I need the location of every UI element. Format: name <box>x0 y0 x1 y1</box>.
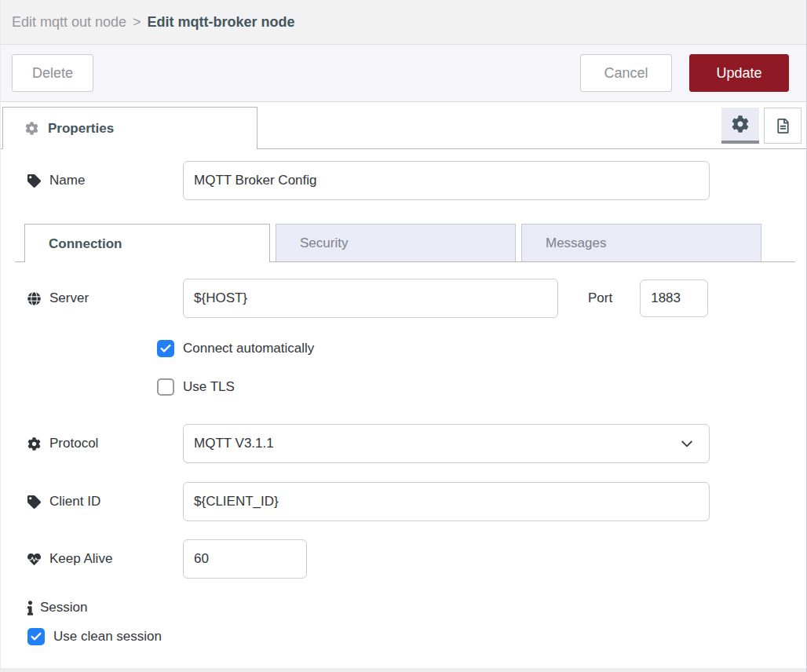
port-label: Port <box>588 290 612 306</box>
node-settings-button[interactable] <box>721 108 759 144</box>
breadcrumb: Edit mqtt out node > Edit mqtt-broker no… <box>1 0 806 45</box>
client-id-row: Client ID <box>27 482 780 521</box>
properties-tab-label: Properties <box>48 121 114 137</box>
name-label: Name <box>27 173 183 188</box>
port-input[interactable] <box>640 279 708 317</box>
document-icon <box>776 119 791 133</box>
session-section-label: Session <box>27 600 780 615</box>
breadcrumb-separator: > <box>133 14 141 31</box>
keep-alive-input[interactable] <box>183 539 307 579</box>
name-row: Name <box>27 161 780 200</box>
clean-session-row: Use clean session <box>27 628 780 645</box>
checkmark-icon <box>159 342 172 355</box>
connect-auto-checkbox[interactable] <box>157 340 174 357</box>
tag-icon <box>27 174 41 188</box>
client-id-input[interactable] <box>183 482 710 521</box>
edit-mqtt-broker-dialog: Edit mqtt out node > Edit mqtt-broker no… <box>0 0 807 672</box>
broker-subtabs: Connection Security Messages <box>15 224 795 262</box>
connect-auto-row: Connect automatically <box>27 340 780 357</box>
node-config-form: Name Connection Security Messages Server… <box>1 149 806 664</box>
globe-icon <box>27 292 41 305</box>
tray-icon-buttons <box>721 108 802 144</box>
protocol-label: Protocol <box>27 436 183 451</box>
protocol-select[interactable]: MQTT V3.1.1 <box>183 424 710 463</box>
connect-auto-label[interactable]: Connect automatically <box>183 341 314 356</box>
server-row: Server Port <box>27 279 780 318</box>
breadcrumb-parent[interactable]: Edit mqtt out node <box>12 14 126 31</box>
heartbeat-icon <box>27 553 41 566</box>
clean-session-checkbox[interactable] <box>27 628 45 645</box>
node-description-button[interactable] <box>764 108 802 144</box>
protocol-selected-value: MQTT V3.1.1 <box>194 436 274 451</box>
use-tls-row: Use TLS <box>27 378 780 396</box>
keep-alive-row: Keep Alive <box>27 539 780 579</box>
gear-icon <box>732 115 749 133</box>
info-icon <box>27 601 33 615</box>
server-label: Server <box>27 290 183 306</box>
tab-security[interactable]: Security <box>276 224 516 261</box>
tray-bottom-edge <box>1 668 806 672</box>
name-input[interactable] <box>183 161 710 200</box>
update-button[interactable]: Update <box>689 54 789 92</box>
tag-icon <box>27 495 41 509</box>
cancel-button[interactable]: Cancel <box>580 54 672 92</box>
tray-toolbar: Properties <box>1 102 806 149</box>
tab-connection[interactable]: Connection <box>24 224 270 262</box>
tab-messages[interactable]: Messages <box>521 224 761 261</box>
protocol-row: Protocol MQTT V3.1.1 <box>27 424 780 463</box>
use-tls-label[interactable]: Use TLS <box>183 379 235 395</box>
clean-session-label[interactable]: Use clean session <box>53 629 162 645</box>
keep-alive-label: Keep Alive <box>27 551 183 567</box>
tab-properties[interactable]: Properties <box>2 107 257 149</box>
breadcrumb-current: Edit mqtt-broker node <box>148 14 295 31</box>
gear-icon <box>27 437 41 451</box>
gear-icon <box>25 122 38 135</box>
delete-button[interactable]: Delete <box>12 54 93 92</box>
action-button-bar: Delete Cancel Update <box>1 45 806 102</box>
checkmark-icon <box>30 630 42 643</box>
chevron-down-icon <box>679 436 695 451</box>
use-tls-checkbox[interactable] <box>157 378 174 396</box>
client-id-label: Client ID <box>27 494 183 509</box>
server-input[interactable] <box>183 279 558 318</box>
